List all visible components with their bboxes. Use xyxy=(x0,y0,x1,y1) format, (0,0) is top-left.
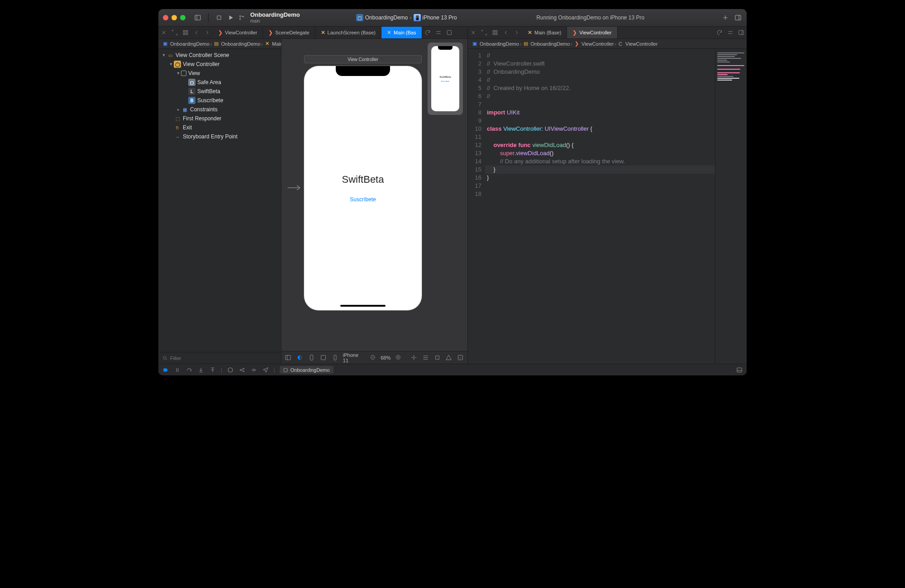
toggle-inspectors-icon[interactable] xyxy=(734,14,742,22)
svg-point-5 xyxy=(239,19,240,19)
editor-tab[interactable]: ✕Main (Base) xyxy=(522,27,567,38)
filter-input[interactable] xyxy=(170,356,278,361)
outline-toggle-icon[interactable] xyxy=(284,354,292,362)
appearance-toggle-icon[interactable] xyxy=(296,354,304,362)
adjust-editor-icon[interactable] xyxy=(433,27,444,38)
device-icon[interactable] xyxy=(331,354,339,362)
memory-graph-icon[interactable] xyxy=(238,366,246,374)
zoom-window[interactable] xyxy=(180,15,186,20)
run-button[interactable] xyxy=(227,14,235,22)
nav-fwd-icon[interactable] xyxy=(202,27,213,38)
editor-tab[interactable]: ❯ViewController xyxy=(567,27,617,38)
device-icon: 📱 xyxy=(414,14,421,21)
expand-icon[interactable] xyxy=(479,27,490,38)
pin-icon[interactable] xyxy=(433,354,441,362)
outline-filter xyxy=(158,352,281,364)
editor-tab[interactable]: ✕Main (Bas xyxy=(381,27,422,38)
ib-footer: iPhone 11 68% xyxy=(281,351,467,364)
outline-row[interactable]: ▸▦Constraints xyxy=(158,105,281,114)
step-over-icon[interactable] xyxy=(186,366,193,374)
layout-icon[interactable] xyxy=(319,354,328,362)
toggle-navigator-icon[interactable] xyxy=(194,14,202,22)
close-window[interactable] xyxy=(163,15,168,20)
resolve-issues-icon[interactable] xyxy=(445,354,453,362)
breakpoint-toggle-icon[interactable] xyxy=(162,366,169,374)
close-tab-icon[interactable] xyxy=(158,27,169,38)
location-icon[interactable] xyxy=(262,366,269,374)
close-tab-icon[interactable] xyxy=(468,27,479,38)
debug-target[interactable]: ▢ OnboardingDemo xyxy=(280,366,333,374)
outline-row[interactable]: ▼▭View Controller Scene xyxy=(158,51,281,60)
refresh-icon[interactable] xyxy=(422,27,433,38)
subscribe-button[interactable]: Suscríbete xyxy=(350,196,376,203)
zoom-out-icon[interactable] xyxy=(369,354,377,362)
debug-view-icon[interactable] xyxy=(227,366,234,374)
env-overrides-icon[interactable] xyxy=(250,366,257,374)
crumb-segment[interactable]: ▣OnboardingDemo xyxy=(162,41,210,47)
orientation-icon[interactable] xyxy=(308,354,316,362)
nav-back-icon[interactable] xyxy=(500,27,511,38)
swiftbeta-label[interactable]: SwiftBeta xyxy=(342,174,384,185)
crumb-segment[interactable]: ❯ViewController xyxy=(573,41,614,47)
stop-button[interactable] xyxy=(215,14,223,22)
project-title[interactable]: OnboardingDemo main xyxy=(250,12,300,23)
svg-rect-22 xyxy=(493,30,495,32)
scheme-selector[interactable]: ▢ OnboardingDemo › 📱 iPhone 13 Pro xyxy=(353,13,460,22)
outline-row[interactable]: ⎘Exit xyxy=(158,123,281,132)
left-crumb-bar[interactable]: ▣OnboardingDemo›▤OnboardingDemo›✕Main›✕M… xyxy=(158,39,281,49)
crumb-segment[interactable]: ✕Main xyxy=(264,41,283,47)
related-items-icon[interactable] xyxy=(490,27,500,38)
align-icon[interactable] xyxy=(421,354,429,362)
ib-canvas[interactable]: View Controller SwiftBeta Suscríbete Swi… xyxy=(281,39,467,351)
code-lines[interactable]: // // ViewController.swift // Onboarding… xyxy=(485,49,715,364)
embed-icon[interactable] xyxy=(457,354,465,362)
crumb-segment[interactable]: ▣OnboardingDemo xyxy=(472,41,519,47)
library-add-icon[interactable] xyxy=(721,14,729,22)
scene-thumbnail[interactable]: SwiftBeta Suscríbete xyxy=(428,43,463,115)
entry-point-arrow-icon[interactable] xyxy=(287,184,302,194)
minimize-window[interactable] xyxy=(171,15,177,20)
nav-back-icon[interactable] xyxy=(191,27,202,38)
split-editor-icon[interactable] xyxy=(736,27,747,38)
editor-tab[interactable]: ❯ViewController xyxy=(213,27,263,38)
device-label[interactable]: iPhone 11 xyxy=(343,352,365,363)
outline-row[interactable]: ▼◯View Controller xyxy=(158,60,281,69)
scene-title-bar[interactable]: View Controller xyxy=(304,55,422,63)
zoom-level[interactable]: 68% xyxy=(381,355,391,360)
svg-rect-16 xyxy=(186,33,188,35)
crumb-segment[interactable]: CViewController xyxy=(617,41,657,47)
pause-icon[interactable] xyxy=(174,366,181,374)
outline-tree[interactable]: ▼▭View Controller Scene▼◯View Controller… xyxy=(158,49,281,352)
constraints-resolve-icon[interactable] xyxy=(410,354,418,362)
crumb-segment[interactable]: ▤OnboardingDemo xyxy=(523,41,570,47)
outline-row[interactable]: ▼View xyxy=(158,69,281,78)
nav-fwd-icon[interactable] xyxy=(511,27,522,38)
outline-row[interactable]: ◻Safe Area xyxy=(158,78,281,87)
svg-rect-0 xyxy=(195,15,200,20)
minimap-toggle-icon[interactable] xyxy=(444,27,455,38)
refresh-icon[interactable] xyxy=(714,27,725,38)
svg-rect-36 xyxy=(310,355,313,360)
device-preview[interactable]: SwiftBeta Suscríbete xyxy=(304,66,422,310)
xcode-window: OnboardingDemo main ▢ OnboardingDemo › 📱… xyxy=(158,9,747,375)
outline-row[interactable]: BSuscríbete xyxy=(158,96,281,105)
editor-tab[interactable]: ✕LaunchScreen (Base) xyxy=(315,27,381,38)
toggle-debug-area-icon[interactable] xyxy=(736,366,743,374)
expand-icon[interactable] xyxy=(169,27,180,38)
outline-row[interactable]: →Storyboard Entry Point xyxy=(158,132,281,141)
code-editor[interactable]: 123456789101112131415161718 // // ViewCo… xyxy=(468,49,747,364)
outline-row[interactable]: ⬚First Responder xyxy=(158,114,281,123)
interface-builder-pane: View Controller SwiftBeta Suscríbete Swi… xyxy=(281,39,468,364)
step-out-icon[interactable] xyxy=(209,366,216,374)
right-crumb-bar[interactable]: ▣OnboardingDemo›▤OnboardingDemo›❯ViewCon… xyxy=(468,39,747,49)
step-into-icon[interactable] xyxy=(197,366,205,374)
editor-tab[interactable]: ❯SceneDelegate xyxy=(263,27,315,38)
minimap[interactable] xyxy=(715,49,747,364)
related-items-icon[interactable] xyxy=(180,27,191,38)
outline-row[interactable]: LSwiftBeta xyxy=(158,87,281,96)
crumb-segment[interactable]: ▤OnboardingDemo xyxy=(213,41,261,47)
adjust-editor-icon[interactable] xyxy=(725,27,736,38)
svg-rect-25 xyxy=(495,33,497,35)
zoom-in-icon[interactable] xyxy=(394,354,402,362)
line-gutter: 123456789101112131415161718 xyxy=(468,49,485,364)
